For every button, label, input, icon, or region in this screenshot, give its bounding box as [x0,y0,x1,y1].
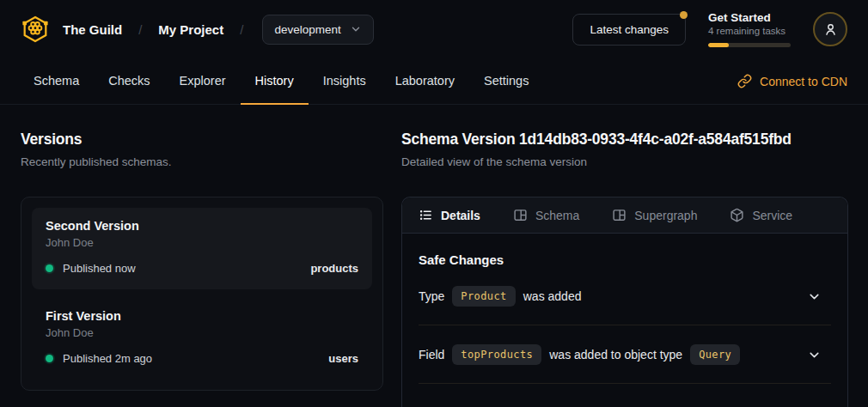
version-author: John Doe [46,236,358,249]
get-started-subtitle: 4 remaining tasks [708,26,791,36]
tab-history[interactable]: History [241,58,309,105]
version-list-item[interactable]: Second Version John Doe Published now pr… [32,208,372,289]
tab-schema[interactable]: Schema [19,58,94,105]
detail-content: Safe Changes Type Product was added Fiel… [402,234,847,384]
panels-icon [612,208,627,222]
detail-tab-label: Schema [535,209,579,222]
header-actions: Latest changes Get Started 4 remaining t… [572,11,847,47]
list-icon [419,208,433,222]
version-service-name: products [310,262,358,275]
version-list-item[interactable]: First Version John Doe Published 2m ago … [32,298,372,380]
latest-changes-button[interactable]: Latest changes [572,14,686,46]
tab-insights[interactable]: Insights [309,58,381,105]
schema-version-subtitle: Detailed view of the schema version [401,155,848,168]
change-row[interactable]: Field topProducts was added to object ty… [419,325,831,384]
breadcrumb-separator: / [138,22,142,37]
main-nav: Schema Checks Explorer History Insights … [0,58,868,105]
versions-list: Second Version John Doe Published now pr… [21,197,383,391]
main-content: Versions Recently published schemas. Sec… [0,105,868,407]
detail-tab-details[interactable]: Details [419,208,480,222]
tab-laboratory[interactable]: Laboratory [381,58,469,105]
detail-tab-service[interactable]: Service [730,208,792,222]
version-title: First Version [46,309,358,323]
version-title: Second Version [46,219,358,233]
panels-icon [513,208,528,222]
tab-checks[interactable]: Checks [94,58,164,105]
user-icon [822,21,839,38]
versions-subtitle: Recently published schemas. [21,155,383,168]
chevron-down-icon[interactable] [807,348,822,362]
notification-dot [680,11,688,19]
change-row[interactable]: Type Product was added [419,267,831,325]
link-icon [737,74,752,88]
chevron-down-icon[interactable] [807,289,822,304]
org-name[interactable]: The Guild [63,22,122,37]
connect-to-cdn-link[interactable]: Connect to CDN [737,58,847,104]
change-code-badge: Product [452,286,515,307]
version-status: Published now [63,262,136,275]
user-avatar-button[interactable] [813,12,847,46]
breadcrumb-separator: / [240,22,243,37]
change-code-badge: topProducts [452,344,541,365]
version-meta: Published now products [46,262,358,275]
connect-to-cdn-label: Connect to CDN [760,75,847,88]
detail-tab-bar: Details Schema Sup [402,197,847,234]
tab-settings[interactable]: Settings [469,58,543,105]
breadcrumb: The Guild / My Project / [21,15,247,44]
guild-logo-icon[interactable] [21,15,50,44]
detail-tab-label: Details [441,209,480,222]
detail-tab-schema[interactable]: Schema [513,208,579,222]
detail-tab-label: Service [752,209,792,222]
version-detail-column: Schema Version 1d14db83-0933-4f4c-a02f-a… [383,105,868,407]
change-text: was added to object type [549,348,682,361]
published-status-dot [46,264,53,272]
get-started-widget[interactable]: Get Started 4 remaining tasks [708,11,791,47]
version-status: Published 2m ago [63,352,152,365]
versions-column: Versions Recently published schemas. Sec… [0,105,383,407]
versions-title: Versions [21,131,383,149]
chevron-down-icon [350,23,362,35]
change-prefix: Type [419,289,444,303]
app-header: The Guild / My Project / development Lat… [0,0,868,58]
target-selector-dropdown[interactable]: development [262,15,373,45]
change-prefix: Field [419,348,444,361]
cube-icon [730,208,744,222]
tab-explorer[interactable]: Explorer [165,58,241,105]
schema-version-title: Schema Version 1d14db83-0933-4f4c-a02f-a… [401,131,848,149]
published-status-dot [46,355,53,362]
version-meta: Published 2m ago users [46,352,358,365]
version-service-name: users [328,352,358,365]
get-started-title: Get Started [708,11,791,24]
change-code-badge: Query [690,344,740,365]
get-started-progress-track [708,43,791,47]
change-text: was added [523,289,582,303]
get-started-progress-fill [708,43,729,47]
detail-tab-label: Supergraph [634,209,697,222]
project-name[interactable]: My Project [158,22,223,37]
version-detail-panel: Details Schema Sup [401,197,848,407]
safe-changes-heading: Safe Changes [419,252,831,267]
target-selector-value: development [274,23,340,36]
version-author: John Doe [46,326,358,339]
detail-tab-supergraph[interactable]: Supergraph [612,208,697,222]
latest-changes-label: Latest changes [590,23,669,36]
